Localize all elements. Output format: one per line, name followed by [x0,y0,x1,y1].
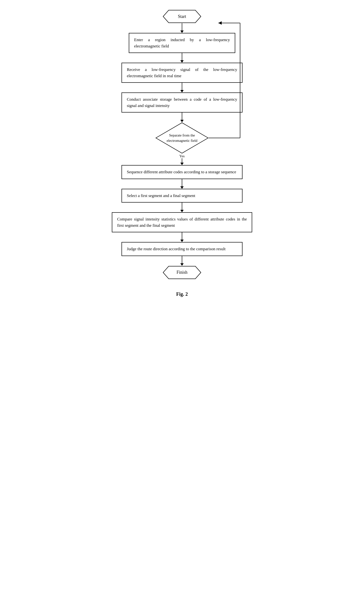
arrow-9 [180,256,184,266]
step7-box: Judge the route direction according to t… [121,242,243,256]
arrow-3 [180,83,184,92]
step4-box: Sequence different attribute codes accor… [121,165,243,179]
arrow-7 [180,203,184,212]
step3-label: Conduct associate storage between a code… [127,97,237,108]
step2-area: Receive a low-frequency signal of the lo… [97,63,267,83]
step4-label: Sequence different attribute codes accor… [127,170,236,174]
flowchart: Start Enter a region inducted by a low-f… [97,10,267,297]
step2-label: Receive a low-frequency signal of the lo… [127,67,237,78]
step1-label: Enter a region inducted by a low-frequen… [134,38,230,48]
step6-label: Compare signal intensity statistics valu… [117,217,247,228]
step2-box: Receive a low-frequency signal of the lo… [121,63,243,83]
step6-box: Compare signal intensity statistics valu… [112,212,252,232]
start-label: Start [178,14,186,19]
finish-label: Finish [176,270,187,275]
feedback-line-right [242,63,243,83]
step5-box: Select a first segment and a final segme… [121,189,243,203]
arrow-2 [180,53,184,63]
arrow-8 [180,232,184,242]
step7-label: Judge the route direction according to t… [127,247,226,251]
step1-box: Enter a region inducted by a low-frequen… [129,33,235,53]
arrow-5 [180,158,184,165]
figure-caption: Fig. 2 [176,291,188,297]
svg-marker-5 [218,21,222,25]
start-node: Start [163,10,201,23]
diamond-section: Separate from the electromagnetic field [97,122,267,154]
finish-node: Finish [163,266,201,279]
step5-label: Select a first segment and a final segme… [127,193,195,198]
arrow-6 [180,179,184,189]
yes-label: Yes [179,154,185,158]
arrow-1 [180,23,184,33]
arrow-4 [180,113,184,122]
diamond-label: Separate from the electromagnetic field [155,133,209,143]
step3-box: Conduct associate storage between a code… [121,92,243,113]
